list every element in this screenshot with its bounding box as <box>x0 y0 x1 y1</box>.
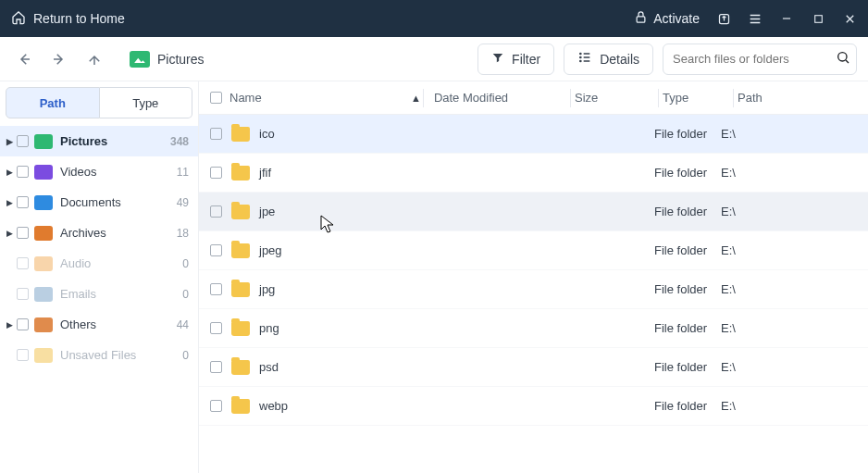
row-checkbox[interactable] <box>210 283 222 295</box>
sidebar-item-videos[interactable]: ▶Videos11 <box>0 156 198 187</box>
row-checkbox[interactable] <box>210 244 222 256</box>
sidebar-item-checkbox[interactable] <box>17 135 29 147</box>
sidebar-item-unsaved-files: ▶Unsaved Files0 <box>0 340 198 370</box>
tab-type[interactable]: Type <box>100 87 193 118</box>
category-icon <box>34 195 53 210</box>
sidebar-item-audio: ▶Audio0 <box>0 248 198 279</box>
row-type: File folder <box>654 166 721 180</box>
close-icon[interactable] <box>842 11 857 26</box>
nav-forward-button[interactable] <box>46 46 72 72</box>
svg-point-4 <box>580 56 581 57</box>
sidebar-item-label: Unsaved Files <box>60 348 136 362</box>
chevron-right-icon[interactable]: ▶ <box>4 320 15 330</box>
table-row[interactable]: psdFile folderE:\ <box>199 348 868 387</box>
sidebar-item-label: Videos <box>60 165 97 179</box>
chevron-right-icon[interactable]: ▶ <box>4 229 15 238</box>
row-type: File folder <box>654 127 721 141</box>
sidebar-item-checkbox[interactable] <box>17 318 29 330</box>
folder-icon <box>231 399 250 414</box>
table-row[interactable]: pngFile folderE:\ <box>199 309 868 348</box>
sidebar-item-checkbox[interactable] <box>17 166 29 178</box>
filter-button[interactable]: Filter <box>477 44 554 75</box>
svg-rect-0 <box>637 17 645 22</box>
row-name: jpeg <box>259 243 431 257</box>
row-name: psd <box>259 360 431 374</box>
list-icon <box>577 50 592 68</box>
folder-icon <box>231 127 250 142</box>
category-icon <box>34 134 53 149</box>
row-type: File folder <box>654 321 721 335</box>
sidebar-item-count: 0 <box>182 349 189 362</box>
column-type[interactable]: Type <box>663 91 729 105</box>
row-path: E:\ <box>721 205 861 218</box>
chevron-right-icon[interactable]: ▶ <box>4 137 15 146</box>
return-home-button[interactable]: Return to Home <box>11 10 125 28</box>
row-name: jpg <box>259 282 431 296</box>
sidebar-item-others[interactable]: ▶Others44 <box>0 309 198 340</box>
svg-point-3 <box>580 53 581 54</box>
activate-button[interactable]: Activate <box>634 10 700 27</box>
breadcrumb[interactable]: Pictures <box>130 51 205 68</box>
folder-icon <box>231 166 250 180</box>
column-date[interactable]: ▲ Date Modified <box>428 91 566 105</box>
chevron-right-icon[interactable]: ▶ <box>4 198 15 207</box>
table-row[interactable]: icoFile folderE:\ <box>199 115 868 154</box>
sidebar-item-checkbox[interactable] <box>17 196 29 208</box>
column-name[interactable]: Name <box>206 91 419 105</box>
breadcrumb-label: Pictures <box>157 52 205 67</box>
row-path: E:\ <box>721 127 861 141</box>
nav-back-button[interactable] <box>11 46 37 72</box>
column-size[interactable]: Size <box>575 91 654 105</box>
tab-path[interactable]: Path <box>6 87 100 118</box>
sidebar-list: ▶Pictures348▶Videos11▶Documents49▶Archiv… <box>0 122 198 473</box>
share-icon[interactable] <box>716 11 731 26</box>
nav-up-button[interactable] <box>81 46 107 72</box>
minimize-icon[interactable] <box>779 11 794 26</box>
table-row[interactable]: webpFile folderE:\ <box>199 387 868 426</box>
table-row[interactable]: jpgFile folderE:\ <box>199 270 868 309</box>
pictures-icon <box>130 51 150 68</box>
select-all-checkbox[interactable] <box>210 92 222 104</box>
row-checkbox[interactable] <box>210 167 222 179</box>
sidebar-item-count: 44 <box>177 318 189 331</box>
sidebar-item-checkbox[interactable] <box>17 227 29 239</box>
column-path[interactable]: Path <box>738 91 861 105</box>
sidebar-item-count: 11 <box>177 166 189 179</box>
file-rows: icoFile folderE:\jfifFile folderE:\jpeFi… <box>199 115 868 473</box>
row-type: File folder <box>654 399 721 413</box>
filter-label: Filter <box>512 52 540 67</box>
row-name: jfif <box>259 166 431 180</box>
sidebar-item-archives[interactable]: ▶Archives18 <box>0 218 198 248</box>
row-type: File folder <box>654 243 721 257</box>
row-path: E:\ <box>721 399 861 413</box>
details-button[interactable]: Details <box>564 44 653 75</box>
search-box[interactable] <box>663 44 857 75</box>
category-icon <box>34 256 53 271</box>
table-row[interactable]: jfifFile folderE:\ <box>199 154 868 193</box>
lock-icon <box>634 10 648 27</box>
home-icon <box>11 10 26 28</box>
row-path: E:\ <box>721 360 861 374</box>
menu-icon[interactable] <box>748 11 763 26</box>
row-checkbox[interactable] <box>210 205 222 218</box>
chevron-right-icon[interactable]: ▶ <box>4 168 15 177</box>
sidebar-item-documents[interactable]: ▶Documents49 <box>0 187 198 218</box>
row-checkbox[interactable] <box>210 128 222 140</box>
body: Path Type ▶Pictures348▶Videos11▶Document… <box>0 81 868 473</box>
sidebar-item-count: 0 <box>182 257 189 270</box>
row-checkbox[interactable] <box>210 400 222 412</box>
table-row[interactable]: jpegFile folderE:\ <box>199 231 868 270</box>
row-name: jpe <box>259 205 431 218</box>
maximize-icon[interactable] <box>811 11 825 26</box>
details-label: Details <box>600 52 639 67</box>
search-input[interactable] <box>673 52 828 66</box>
row-checkbox[interactable] <box>210 322 222 334</box>
svg-rect-2 <box>814 15 822 22</box>
sidebar-item-pictures[interactable]: ▶Pictures348 <box>0 126 198 156</box>
row-type: File folder <box>654 282 721 296</box>
table-row[interactable]: jpeFile folderE:\ <box>199 193 868 231</box>
row-name: webp <box>259 399 431 413</box>
search-icon[interactable] <box>836 50 850 68</box>
row-checkbox[interactable] <box>210 361 222 373</box>
category-icon <box>34 226 53 241</box>
